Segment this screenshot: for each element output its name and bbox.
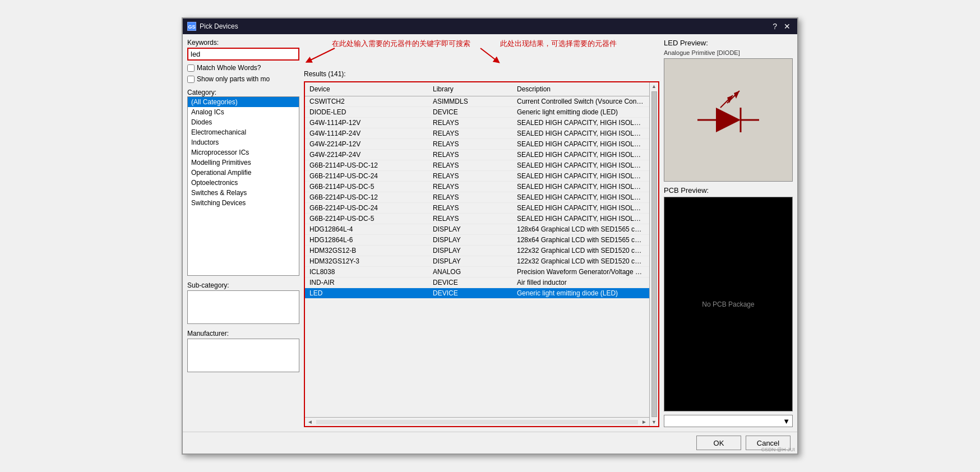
table-row[interactable]: G4W-1114P-12VRELAYSSEALED HIGH CAPACITY,… — [305, 118, 649, 128]
category-item[interactable]: Diodes — [188, 117, 299, 127]
cell-description: 122x32 Graphical LCD with SED1520 contro… — [512, 246, 649, 256]
table-row[interactable]: G6B-2114P-US-DC-5RELAYSSEALED HIGH CAPAC… — [305, 182, 649, 192]
subcategory-section: Sub-category: — [187, 279, 299, 324]
horizontal-scrollbar[interactable]: ◄ ► — [305, 417, 649, 426]
category-item[interactable]: Switching Devices — [188, 198, 299, 208]
keywords-input[interactable] — [187, 48, 299, 61]
cell-library: RELAYS — [428, 182, 512, 192]
left-panel: Keywords: Match Whole Words? Show only p… — [187, 39, 299, 427]
table-row[interactable]: G6B-2114P-US-DC-12RELAYSSEALED HIGH CAPA… — [305, 160, 649, 171]
cell-description: SEALED HIGH CAPACITY, HIGH ISOLATED PO — [512, 203, 649, 213]
table-row[interactable]: G6B-2214P-US-DC-24RELAYSSEALED HIGH CAPA… — [305, 203, 649, 214]
cell-description: Air filled inductor — [512, 277, 649, 288]
table-row[interactable]: G6B-2214P-US-DC-12RELAYSSEALED HIGH CAPA… — [305, 192, 649, 203]
show-only-row: Show only parts with mo — [187, 75, 299, 83]
cell-device: G4W-1114P-24V — [305, 128, 428, 138]
help-button[interactable]: ? — [770, 22, 779, 30]
pcb-preview-box: No PCB Package — [664, 197, 793, 411]
pick-devices-dialog: GS Pick Devices ? ✕ Keywords: Match Whol… — [182, 17, 798, 455]
cell-device: G6B-2114P-US-DC-24 — [305, 171, 428, 181]
keywords-label: Keywords: — [187, 39, 299, 47]
table-row[interactable]: CSWITCH2ASIMMDLSCurrent Controlled Switc… — [305, 96, 649, 107]
table-row[interactable]: HDM32GS12-BDISPLAY122x32 Graphical LCD w… — [305, 246, 649, 256]
match-whole-words-checkbox[interactable] — [187, 64, 195, 72]
cell-device: LED — [305, 288, 428, 298]
led-symbol-svg — [689, 81, 768, 159]
cell-library: RELAYS — [428, 214, 512, 224]
cell-device: CSWITCH2 — [305, 96, 428, 107]
led-preview-label: LED Preview: — [664, 39, 793, 47]
category-list[interactable]: (All Categories)Analog ICsDiodesElectrom… — [187, 96, 299, 276]
category-item[interactable]: Operational Amplifie — [188, 168, 299, 178]
col-device: Device — [305, 84, 428, 94]
category-item[interactable]: Inductors — [188, 137, 299, 147]
col-description: Description — [512, 84, 649, 94]
annotation-right: 此处出现结果，可选择需要的元器件 — [500, 39, 617, 49]
table-row[interactable]: G6B-2114P-US-DC-24RELAYSSEALED HIGH CAPA… — [305, 171, 649, 182]
cell-device: ICL8038 — [305, 267, 428, 277]
table-row[interactable]: G4W-2214P-12VRELAYSSEALED HIGH CAPACITY,… — [305, 139, 649, 150]
cell-description: Current Controlled Switch (Vsource Contr… — [512, 96, 649, 107]
cell-description: Generic light emitting diode (LED) — [512, 107, 649, 117]
vertical-scrollbar[interactable]: ▲ ▼ — [649, 82, 658, 426]
table-row[interactable]: HDG12864L-4DISPLAY128x64 Graphical LCD w… — [305, 224, 649, 235]
table-row[interactable]: HDG12864L-6DISPLAY128x64 Graphical LCD w… — [305, 235, 649, 246]
category-item[interactable]: Optoelectronics — [188, 178, 299, 188]
svg-marker-7 — [734, 91, 739, 99]
cell-description: 128x64 Graphical LCD with SED1565 contro… — [512, 224, 649, 234]
category-item[interactable]: Electromechanical — [188, 127, 299, 137]
table-row[interactable]: G4W-2214P-24VRELAYSSEALED HIGH CAPACITY,… — [305, 150, 649, 160]
cell-library: RELAYS — [428, 160, 512, 170]
titlebar: GS Pick Devices ? ✕ — [183, 18, 797, 34]
subcategory-label: Sub-category: — [187, 281, 299, 289]
cell-device: G4W-1114P-12V — [305, 118, 428, 128]
category-label: Category: — [187, 89, 299, 96]
titlebar-controls: ? ✕ — [770, 22, 793, 30]
pcb-dropdown-arrow[interactable]: ▼ — [783, 417, 790, 425]
table-row[interactable]: LEDDEVICEGeneric light emitting diode (L… — [305, 288, 649, 299]
category-item[interactable]: (All Categories) — [188, 97, 299, 107]
show-only-checkbox[interactable] — [187, 76, 195, 83]
cell-device: G6B-2214P-US-DC-24 — [305, 203, 428, 213]
cell-library: DEVICE — [428, 288, 512, 298]
cell-library: DISPLAY — [428, 235, 512, 245]
category-item[interactable]: Modelling Primitives — [188, 158, 299, 168]
cell-library: DISPLAY — [428, 246, 512, 256]
cell-description: SEALED HIGH CAPACITY, HIGH ISOLATED PO — [512, 150, 649, 160]
annotation-left: 在此处输入需要的元器件的关键字即可搜索 — [332, 39, 470, 49]
cell-library: RELAYS — [428, 171, 512, 181]
cell-description: Generic light emitting diode (LED) — [512, 288, 649, 298]
analogue-label: Analogue Primitive [DIODE] — [664, 49, 793, 56]
cell-description: 128x64 Graphical LCD with SED1565 contro… — [512, 235, 649, 245]
ok-button[interactable]: OK — [696, 436, 741, 450]
close-button[interactable]: ✕ — [782, 22, 793, 30]
table-row[interactable]: IND-AIRDEVICEAir filled inductor — [305, 277, 649, 288]
category-item[interactable]: Analog ICs — [188, 107, 299, 117]
table-row[interactable]: HDM32GS12Y-3DISPLAY122x32 Graphical LCD … — [305, 256, 649, 267]
match-whole-words-row: Match Whole Words? — [187, 64, 299, 72]
subcategory-list[interactable] — [187, 290, 299, 324]
table-row[interactable]: G6B-2214P-US-DC-5RELAYSSEALED HIGH CAPAC… — [305, 214, 649, 224]
category-item[interactable]: Switches & Relays — [188, 188, 299, 198]
cell-library: RELAYS — [428, 203, 512, 213]
category-section: Category: (All Categories)Analog ICsDiod… — [187, 86, 299, 276]
cell-device: G4W-2214P-12V — [305, 139, 428, 149]
category-item[interactable]: Microprocessor ICs — [188, 147, 299, 158]
results-table-wrapper: Device Library Description CSWITCH2ASIMM… — [304, 81, 659, 427]
cell-library: DISPLAY — [428, 224, 512, 234]
svg-marker-3 — [716, 108, 741, 132]
svg-line-0 — [308, 48, 335, 61]
manufacturer-list[interactable] — [187, 339, 299, 372]
pcb-dropdown[interactable]: ▼ — [664, 415, 793, 427]
arrow-left-icon — [304, 45, 338, 65]
results-table-header: Device Library Description — [305, 82, 649, 96]
cell-library: RELAYS — [428, 118, 512, 128]
table-row[interactable]: DIODE-LEDDEVICEGeneric light emitting di… — [305, 107, 649, 118]
table-row[interactable]: ICL8038ANALOGPrecision Waveform Generato… — [305, 267, 649, 277]
cell-device: G6B-2114P-US-DC-5 — [305, 182, 428, 192]
manufacturer-section: Manufacturer: — [187, 327, 299, 372]
cell-library: RELAYS — [428, 139, 512, 149]
results-table-body[interactable]: CSWITCH2ASIMMDLSCurrent Controlled Switc… — [305, 96, 649, 417]
right-panel: LED Preview: Analogue Primitive [DIODE] — [664, 39, 793, 427]
table-row[interactable]: G4W-1114P-24VRELAYSSEALED HIGH CAPACITY,… — [305, 128, 649, 139]
